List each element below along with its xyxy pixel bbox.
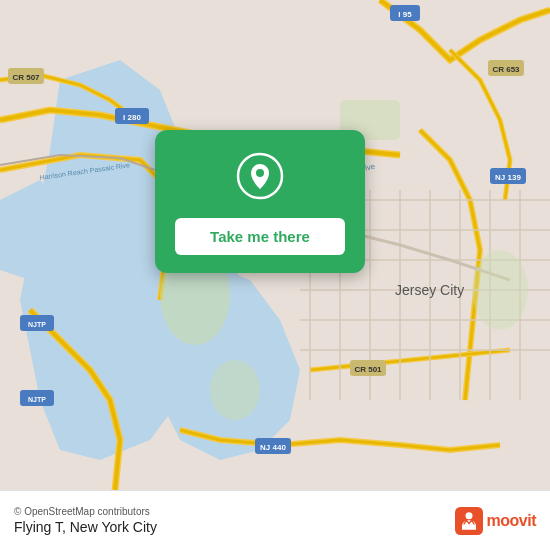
- svg-text:CR 507: CR 507: [12, 73, 40, 82]
- location-pin-icon: [236, 152, 284, 200]
- osm-credit: © OpenStreetMap contributors: [14, 506, 157, 517]
- footer-left: © OpenStreetMap contributors Flying T, N…: [14, 506, 157, 535]
- svg-point-44: [256, 169, 264, 177]
- location-card: Take me there: [155, 130, 365, 273]
- svg-text:CR 501: CR 501: [354, 365, 382, 374]
- svg-point-46: [465, 512, 472, 519]
- svg-text:Jersey City: Jersey City: [395, 282, 464, 298]
- svg-point-40: [210, 360, 260, 420]
- svg-text:NJ 440: NJ 440: [260, 443, 286, 452]
- svg-text:I 280: I 280: [123, 113, 141, 122]
- map-container: I 95 I 280 NJTP NJ 440 NJ 139 CR 507 CR …: [0, 0, 550, 490]
- svg-text:I 95: I 95: [398, 10, 412, 19]
- svg-text:NJTP: NJTP: [28, 321, 46, 328]
- moovit-logo: moovit: [455, 507, 536, 535]
- svg-text:CR 653: CR 653: [492, 65, 520, 74]
- moovit-icon: [455, 507, 483, 535]
- location-icon-wrapper: [236, 152, 284, 204]
- footer: © OpenStreetMap contributors Flying T, N…: [0, 490, 550, 550]
- svg-point-42: [472, 250, 528, 330]
- svg-text:NJTP: NJTP: [28, 396, 46, 403]
- svg-text:NJ 139: NJ 139: [495, 173, 521, 182]
- location-name: Flying T, New York City: [14, 519, 157, 535]
- moovit-text: moovit: [487, 512, 536, 530]
- take-me-there-button[interactable]: Take me there: [175, 218, 345, 255]
